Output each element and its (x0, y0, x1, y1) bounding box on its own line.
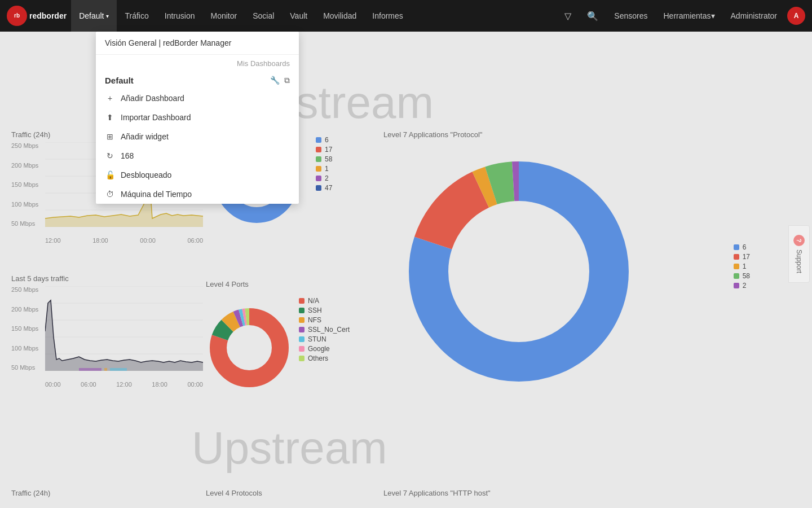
level4-ports-widget: Level 4 Ports N/A SSH NFS SSL_No_Cert ST… (206, 280, 409, 415)
nav-items: Default ▾ Tráfico Intrusion Monitor Soci… (71, 0, 559, 32)
chevron-down-icon: ▾ (106, 13, 109, 19)
last5-x-labels: 00:00 06:00 12:00 18:00 00:00 (45, 381, 203, 388)
refresh-icon: ↻ (105, 151, 115, 160)
x-axis-labels: 12:00 18:00 00:00 06:00 (45, 237, 203, 244)
dropdown-import-dashboard[interactable]: ⬆ Importar Dashboard (96, 108, 299, 127)
brand-logo: rb (7, 6, 27, 26)
support-label: Support (795, 249, 803, 273)
navbar: rb redborder Default ▾ Tráfico Intrusion… (0, 0, 812, 32)
bottom-traffic-title: Traffic (24h) (11, 489, 50, 497)
last5-chart-svg (45, 286, 203, 371)
grid-icon: ⊞ (105, 132, 115, 141)
dropdown-add-widget[interactable]: ⊞ Añadir widget (96, 127, 299, 146)
last5-y-labels: 250 Mbps 200 Mbps 150 Mbps 100 Mbps 50 M… (11, 286, 38, 371)
svg-marker-24 (45, 300, 203, 371)
brand: rb redborder (7, 6, 67, 26)
dropdown-section-label: Mis Dashboards (96, 55, 299, 72)
last5-traffic-widget: Last 5 days traffic 250 Mbps 200 Mbps 15… (11, 274, 203, 415)
dropdown-header: Visión General | redBorder Manager (96, 32, 299, 55)
legend-color (316, 137, 321, 143)
unlock-icon: 🔓 (105, 170, 115, 179)
nav-administrator[interactable]: Administrator (725, 0, 783, 32)
level4-title: Level 4 Ports (206, 280, 409, 288)
legend-item-1-l: 1 (734, 262, 750, 270)
svg-rect-27 (110, 368, 127, 371)
nav-item-default[interactable]: Default ▾ (71, 0, 117, 32)
nav-item-trafico[interactable]: Tráfico (117, 0, 156, 32)
support-tab[interactable]: ? Support (788, 225, 810, 283)
brand-name: redborder (29, 11, 67, 20)
plus-icon: + (105, 94, 115, 103)
legend-ssl: SSL_No_Cert (299, 326, 350, 334)
level7-protocol-widget: Level 7 Applications "Protocol" 6 17 1 (383, 130, 767, 424)
nav-item-intrusion[interactable]: Intrusion (157, 0, 203, 32)
dropdown-menu: Visión General | redBorder Manager Mis D… (96, 32, 299, 204)
avatar[interactable]: A (787, 7, 805, 25)
legend-item-47: 47 (316, 184, 332, 192)
dropdown-title-icons: 🔧 ⧉ (270, 76, 290, 85)
legend-item-17-l: 17 (734, 253, 750, 261)
legend-item-1: 1 (316, 165, 332, 173)
legend-others: Others (299, 354, 350, 362)
last5-title: Last 5 days traffic (11, 274, 203, 283)
search-icon[interactable]: 🔍 (581, 0, 604, 32)
nav-right: ▽ 🔍 Sensores Herramientas ▾ Administrato… (559, 0, 805, 32)
upload-icon: ⬆ (105, 113, 115, 122)
nav-item-vault[interactable]: Vault (282, 0, 315, 32)
legend-item-2-l: 2 (734, 282, 750, 290)
chevron-down-icon-tools: ▾ (711, 11, 715, 20)
level7-title: Level 7 Applications "Protocol" (383, 130, 767, 139)
dropdown-title: Default (105, 76, 134, 85)
upstream-label: Upstream (192, 422, 387, 474)
y-axis-labels: 250 Mbps 200 Mbps 150 Mbps 100 Mbps 50 M… (11, 142, 38, 227)
brand-logo-text: rb (14, 13, 20, 19)
legend-ssh: SSH (299, 306, 350, 314)
svg-rect-25 (79, 368, 102, 371)
bottom-level4-title: Level 4 Protocols (206, 489, 262, 497)
legend-item-17: 17 (316, 146, 332, 154)
nav-item-informes[interactable]: Informes (364, 0, 411, 32)
legend-na: N/A (299, 297, 350, 305)
legend-item-58-l: 58 (734, 272, 750, 280)
legend-item-6: 6 (316, 136, 332, 144)
last5-chart: 250 Mbps 200 Mbps 150 Mbps 100 Mbps 50 M… (11, 286, 203, 388)
dropdown-unlock[interactable]: 🔓 Desbloqueado (96, 165, 299, 185)
level7-legend: 6 17 1 58 2 (734, 243, 750, 291)
nav-item-movilidad[interactable]: Movilidad (315, 0, 364, 32)
small-donut-legend: 6 17 58 1 2 47 (316, 136, 332, 194)
nav-item-social[interactable]: Social (245, 0, 282, 32)
nav-sensores[interactable]: Sensores (608, 0, 653, 32)
svg-rect-26 (104, 368, 107, 371)
legend-item-58: 58 (316, 155, 332, 163)
copy-icon[interactable]: ⧉ (284, 76, 290, 85)
dropdown-time-machine[interactable]: ⏱ Máquina del Tiempo (96, 185, 299, 204)
wrench-icon[interactable]: 🔧 (270, 76, 280, 85)
dropdown-title-row: Default 🔧 ⧉ (96, 72, 299, 89)
dropdown-add-dashboard[interactable]: + Añadir Dashboard (96, 89, 299, 108)
legend-item-2: 2 (316, 174, 332, 182)
legend-google: Google (299, 345, 350, 353)
legend-stun: STUN (299, 335, 350, 343)
clock-icon: ⏱ (105, 190, 115, 199)
level4-legend: N/A SSH NFS SSL_No_Cert STUN Google Othe… (299, 297, 350, 364)
bottom-level7-title: Level 7 Applications "HTTP host" (383, 489, 491, 497)
support-icon: ? (793, 235, 805, 246)
filter-icon[interactable]: ▽ (559, 0, 577, 32)
nav-herramientas[interactable]: Herramientas ▾ (658, 0, 721, 32)
nav-item-monitor[interactable]: Monitor (202, 0, 245, 32)
legend-nfs: NFS (299, 316, 350, 324)
legend-item-6-l: 6 (734, 243, 750, 251)
dropdown-refresh[interactable]: ↻ 168 (96, 146, 299, 165)
